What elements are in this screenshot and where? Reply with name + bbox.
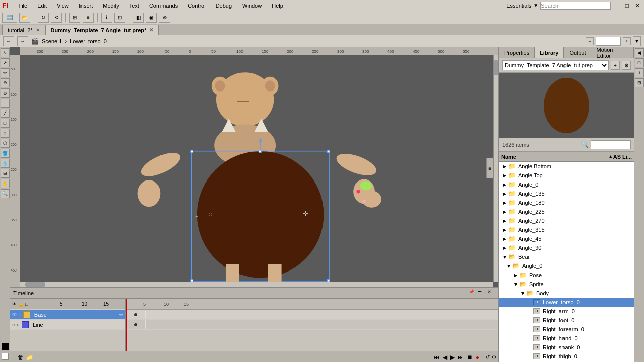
- menu-commands[interactable]: Commands: [147, 2, 180, 10]
- tab-close-dummy[interactable]: ✕: [149, 27, 153, 33]
- library-dropdown[interactable]: Dummy_Template_7 Angle_tut prep: [502, 60, 609, 70]
- tree-item-pose[interactable]: ▶ 📁 Pose: [499, 270, 634, 280]
- app-search-input[interactable]: [540, 2, 611, 10]
- timeline-close-button[interactable]: ✕: [487, 289, 495, 297]
- align-button[interactable]: ≡: [83, 13, 94, 23]
- new-button[interactable]: 🆕: [2, 13, 17, 23]
- tree-item-right-arm[interactable]: ▶ B Right_arm_0: [499, 307, 634, 316]
- panel-info-button[interactable]: ℹ: [635, 68, 644, 77]
- menu-modify[interactable]: Modify: [101, 2, 121, 10]
- tree-item-body[interactable]: ▶ 📂 Body: [499, 289, 634, 298]
- menu-file[interactable]: File: [16, 2, 29, 10]
- tab-library[interactable]: Library: [535, 47, 564, 58]
- panel-collapse-button[interactable]: ◀: [635, 48, 644, 57]
- tree-item-angle-270[interactable]: ▶ 📁 Angle_270: [499, 216, 634, 225]
- tree-item-angle-315[interactable]: ▶ 📁 Angle_315: [499, 225, 634, 234]
- tab-properties[interactable]: Properties: [499, 47, 535, 58]
- tree-item-right-hand[interactable]: ▶ B Right_hand_0: [499, 334, 634, 343]
- tab-output[interactable]: Output: [564, 47, 591, 58]
- tree-item-right-foot[interactable]: ▶ B Right_foot_0: [499, 316, 634, 325]
- pen-tool[interactable]: ⊘: [1, 88, 10, 98]
- timeline-menu-button[interactable]: ☰: [478, 289, 486, 297]
- transform-button[interactable]: ⟲: [51, 13, 62, 23]
- skip-start-button[interactable]: ⏮: [434, 354, 440, 361]
- zoom-dropdown-button[interactable]: ▼: [633, 36, 641, 46]
- zoom-out-button[interactable]: −: [586, 37, 594, 45]
- open-button[interactable]: 📂: [19, 13, 30, 23]
- line-tool[interactable]: ╱: [1, 109, 10, 118]
- oval-tool[interactable]: ○: [1, 129, 10, 138]
- frame-cell[interactable]: [146, 320, 166, 329]
- sort-icon[interactable]: ▲: [608, 154, 613, 159]
- tree-item-angle-225[interactable]: ▶ 📁 Angle_225: [499, 207, 634, 216]
- tab-dummy-template[interactable]: Dummy_Template_7 Angle_tut prep* ✕: [45, 25, 159, 35]
- hand-tool[interactable]: ✋: [1, 179, 10, 188]
- minimize-button[interactable]: ─: [613, 2, 621, 9]
- snap-button[interactable]: ⊞: [69, 13, 80, 23]
- zoom-in-button[interactable]: +: [623, 37, 631, 45]
- canvas-scrollbar-right[interactable]: [493, 55, 498, 282]
- timeline-pin-button[interactable]: 📌: [469, 289, 477, 297]
- library-settings-button[interactable]: ⚙: [622, 61, 631, 70]
- menu-view[interactable]: View: [55, 2, 71, 10]
- poly-tool[interactable]: ⬡: [1, 139, 10, 148]
- layer-base-edit[interactable]: ✏: [119, 312, 123, 317]
- expand-indicator[interactable]: ≡: [486, 158, 493, 178]
- menu-help[interactable]: Help: [270, 2, 285, 10]
- zoom-tool[interactable]: 🔍: [1, 189, 10, 198]
- freehand-tool[interactable]: ✏: [1, 68, 10, 77]
- eraser-tool[interactable]: ⊟: [1, 169, 10, 178]
- tab-tutorial[interactable]: tutorial_2* ✕: [2, 25, 45, 35]
- menu-window[interactable]: Window: [240, 2, 264, 10]
- select-tool[interactable]: ↖: [1, 48, 10, 57]
- essentials-dropdown-icon[interactable]: ▼: [533, 3, 538, 8]
- breadcrumb-item[interactable]: Lower_torso_0: [70, 38, 107, 44]
- playhead[interactable]: [126, 299, 127, 351]
- tree-item-angle-top[interactable]: ▶ 📁 Angle Top: [499, 171, 634, 180]
- text-tool[interactable]: T: [1, 99, 10, 108]
- scene-back-button[interactable]: ←: [3, 36, 14, 46]
- stop-button[interactable]: ⏹: [467, 354, 473, 361]
- frame-cell[interactable]: [126, 310, 146, 319]
- frame-cell[interactable]: [166, 310, 186, 319]
- add-layer-button[interactable]: +: [12, 354, 16, 361]
- play-button[interactable]: ▶: [450, 354, 455, 361]
- lasso-tool[interactable]: ⊛: [1, 78, 10, 87]
- scene-forward-button[interactable]: →: [17, 36, 28, 46]
- new-symbol-button[interactable]: +: [611, 61, 620, 70]
- next-frame-button[interactable]: ⏭: [458, 354, 464, 361]
- layer-base[interactable]: 👁 ○ Base ✏: [10, 310, 125, 320]
- subselect-tool[interactable]: ↗: [1, 58, 10, 67]
- layer-mode-button[interactable]: ◧: [133, 13, 144, 23]
- delete-layer-button[interactable]: 🗑: [18, 354, 24, 361]
- tree-item-right-thigh[interactable]: ▶ B Right_thigh_0: [499, 352, 634, 361]
- stage[interactable]: + ✛ ≡: [20, 55, 493, 282]
- menu-edit[interactable]: Edit: [35, 2, 49, 10]
- eyedrop-tool[interactable]: 💧: [1, 159, 10, 168]
- tab-close-tutorial[interactable]: ✕: [36, 27, 40, 33]
- tree-item-bear-angle-0[interactable]: ▶ 📂 Angle_0: [499, 261, 634, 270]
- settings-button[interactable]: ⚙: [492, 354, 496, 360]
- onion-button[interactable]: ◉: [146, 13, 157, 23]
- tree-item-angle-180[interactable]: ▶ 📁 Angle_180: [499, 198, 634, 207]
- menu-debug[interactable]: Debug: [214, 2, 234, 10]
- layer-line[interactable]: ○ ○ Line: [10, 320, 125, 330]
- zoom-input[interactable]: 100%: [596, 37, 621, 46]
- menu-text[interactable]: Text: [127, 2, 141, 10]
- info-button[interactable]: ℹ: [101, 13, 112, 23]
- menu-control[interactable]: Control: [186, 2, 207, 10]
- rect-tool[interactable]: □: [1, 119, 10, 128]
- tree-item-angle-45[interactable]: ▶ 📁 Angle_45: [499, 234, 634, 243]
- frame-cell[interactable]: [166, 320, 186, 329]
- library-search-input[interactable]: [591, 140, 631, 149]
- prev-frame-button[interactable]: ◀: [443, 354, 447, 361]
- rotate-button[interactable]: ↻: [38, 13, 49, 23]
- canvas-scrollbar-bottom[interactable]: [20, 282, 493, 287]
- tab-motion-editor[interactable]: Motion Editor: [591, 47, 634, 58]
- bucket-tool[interactable]: 🪣: [1, 149, 10, 158]
- close-button[interactable]: ✕: [633, 2, 642, 9]
- maximize-button[interactable]: □: [623, 2, 631, 9]
- panel-align-button[interactable]: ⊞: [635, 78, 644, 87]
- scale-button[interactable]: ⊡: [114, 13, 125, 23]
- add-folder-button[interactable]: 📁: [26, 354, 33, 361]
